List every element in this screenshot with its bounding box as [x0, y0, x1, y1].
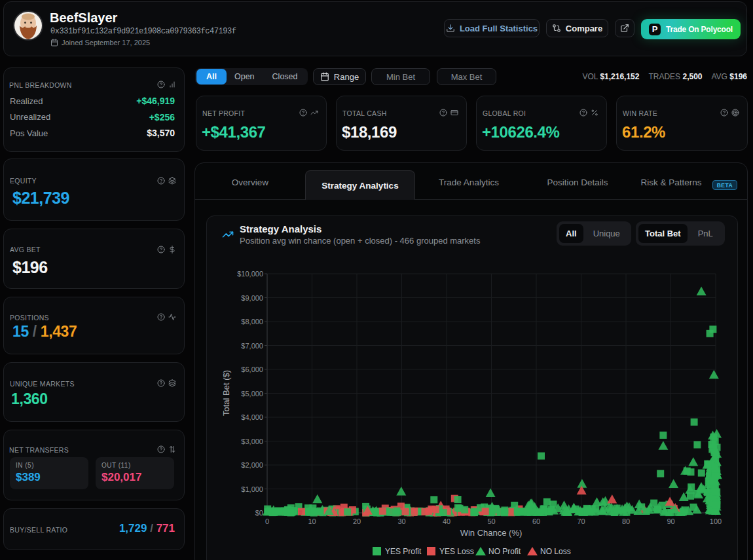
svg-text:NO Profit: NO Profit — [488, 547, 521, 556]
svg-text:100: 100 — [710, 517, 722, 525]
svg-text:90: 90 — [667, 517, 674, 525]
svg-text:60: 60 — [532, 517, 540, 525]
svg-text:40: 40 — [443, 517, 450, 525]
svg-text:Total Bet ($): Total Bet ($) — [221, 370, 231, 416]
svg-text:$2,000: $2,000 — [241, 461, 263, 469]
svg-text:70: 70 — [577, 517, 585, 525]
svg-text:$8,000: $8,000 — [241, 318, 263, 326]
svg-text:YES Loss: YES Loss — [439, 547, 474, 556]
svg-text:$4,000: $4,000 — [241, 413, 263, 421]
svg-text:0: 0 — [265, 517, 269, 525]
svg-text:$3,000: $3,000 — [241, 438, 263, 445]
svg-text:$0: $0 — [255, 509, 263, 517]
svg-text:$6,000: $6,000 — [241, 365, 263, 373]
svg-text:$7,000: $7,000 — [241, 342, 263, 350]
svg-text:80: 80 — [622, 517, 630, 525]
svg-text:20: 20 — [353, 517, 361, 525]
svg-text:Win Chance (%): Win Chance (%) — [460, 528, 523, 538]
svg-text:$9,000: $9,000 — [241, 294, 263, 302]
svg-text:$1,000: $1,000 — [241, 485, 263, 493]
svg-text:30: 30 — [397, 517, 405, 525]
svg-text:10: 10 — [308, 517, 316, 525]
svg-text:$10,000: $10,000 — [237, 270, 263, 278]
svg-text:$5,000: $5,000 — [241, 390, 263, 398]
svg-text:50: 50 — [487, 517, 495, 525]
svg-text:NO Loss: NO Loss — [540, 547, 571, 556]
svg-text:YES Profit: YES Profit — [385, 547, 422, 556]
